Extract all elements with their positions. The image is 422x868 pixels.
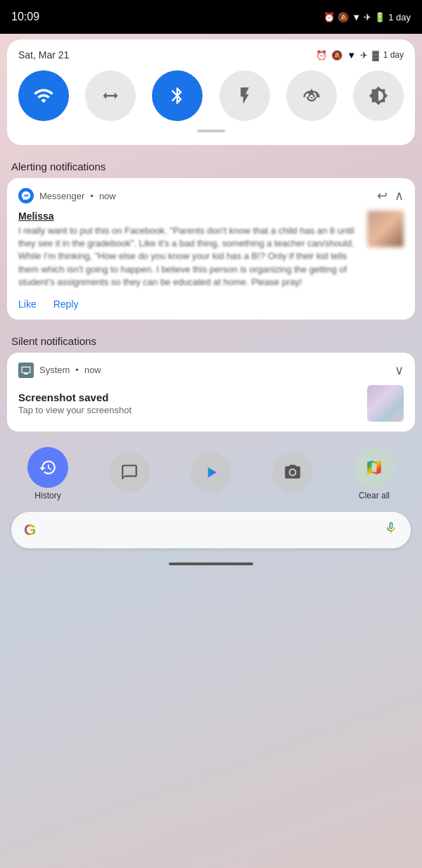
hotspot-toggle[interactable] xyxy=(286,70,337,121)
dock-messages[interactable] xyxy=(109,452,150,496)
flashlight-toggle[interactable] xyxy=(219,70,270,121)
messenger-app-name: Messenger xyxy=(39,191,84,201)
notif-header: Messenger • now ↩ ∧ xyxy=(18,188,404,203)
messages-icon-circle xyxy=(109,452,150,493)
notif-dot: • xyxy=(90,191,94,201)
status-time: 10:09 xyxy=(11,11,39,23)
notif-time: now xyxy=(99,191,116,201)
battery-label: 1 day xyxy=(388,12,411,23)
data-toggle[interactable] xyxy=(85,70,136,121)
bottom-dock: History xyxy=(0,437,422,508)
airplane-icon: ✈ xyxy=(364,12,371,23)
home-bar-line xyxy=(169,562,253,565)
camera-icon-circle xyxy=(272,452,313,493)
screenshot-subtitle: Tap to view your screenshot xyxy=(18,405,132,415)
system-notif-time: now xyxy=(84,365,101,375)
quick-settings-panel: Sat, Mar 21 ⏰ 🔕 ▼ ✈ ▓ 1 day xyxy=(7,39,415,145)
system-notification-card[interactable]: System • now ∨ Screenshot saved Tap to v… xyxy=(7,353,415,432)
system-notif-text: Screenshot saved Tap to view your screen… xyxy=(18,391,132,415)
google-search-bar[interactable]: G xyxy=(11,512,411,548)
notif-expand-icon[interactable]: ∧ xyxy=(395,188,404,203)
dock-history[interactable]: History xyxy=(27,447,68,501)
qs-wifi-icon: ▼ xyxy=(347,50,356,61)
system-notif-header: System • now ∨ xyxy=(18,363,404,378)
qs-battery-icon: ▓ xyxy=(372,50,378,61)
silent-section-label: Silent notifications xyxy=(0,325,422,353)
messenger-notification-card: Messenger • now ↩ ∧ Melissa I really wan… xyxy=(7,178,415,320)
notif-actions: Like Reply xyxy=(18,298,404,310)
dock-clearall[interactable]: Clear all xyxy=(354,447,395,501)
notif-message: I really want to put this on Facebook. "… xyxy=(18,225,359,289)
system-app-name: System xyxy=(39,365,70,375)
qs-alarm-icon: ⏰ xyxy=(316,50,327,61)
screenshot-title: Screenshot saved xyxy=(18,391,132,403)
battery-icon: 🔋 xyxy=(374,12,385,23)
screenshot-thumb-inner xyxy=(367,385,404,422)
play-icon-circle xyxy=(191,452,231,493)
alarm-icon: ⏰ xyxy=(324,12,335,23)
history-label: History xyxy=(34,491,60,501)
messenger-app-icon xyxy=(18,188,34,203)
system-app-info: System • now xyxy=(18,363,101,378)
notif-app-info: Messenger • now xyxy=(18,188,116,203)
status-icons: ⏰ 🔕 ▼ ✈ 🔋 1 day xyxy=(324,12,411,23)
qs-date: Sat, Mar 21 xyxy=(18,49,69,61)
like-button[interactable]: Like xyxy=(18,298,37,310)
dock-camera[interactable] xyxy=(272,452,313,496)
clearall-icon-circle xyxy=(354,447,395,488)
history-icon-circle xyxy=(27,447,68,488)
reply-icon[interactable]: ↩ xyxy=(377,188,388,203)
qs-toggles xyxy=(18,70,404,121)
notif-sender: Melissa xyxy=(18,210,359,222)
qs-airplane-icon: ✈ xyxy=(360,50,368,61)
home-bar xyxy=(0,557,422,572)
google-logo: G xyxy=(24,521,36,539)
system-app-icon xyxy=(18,363,34,378)
wifi-toggle[interactable] xyxy=(18,70,69,121)
notif-body: Melissa I really want to put this on Fac… xyxy=(18,210,404,289)
mute-icon: 🔕 xyxy=(338,12,349,23)
system-notif-expand-icon[interactable]: ∨ xyxy=(395,363,404,378)
notif-text: Melissa I really want to put this on Fac… xyxy=(18,210,359,289)
screenshot-thumbnail xyxy=(367,385,404,422)
dark-mode-toggle[interactable] xyxy=(353,70,404,121)
reply-button[interactable]: Reply xyxy=(53,298,79,310)
qs-status-icons: ⏰ 🔕 ▼ ✈ ▓ 1 day xyxy=(316,50,404,61)
qs-battery-text: 1 day xyxy=(383,50,404,60)
dock-play[interactable] xyxy=(191,452,231,496)
bluetooth-toggle[interactable] xyxy=(152,70,203,121)
qs-drag-handle xyxy=(197,130,225,132)
google-mic-icon xyxy=(384,521,398,539)
system-notif-dot: • xyxy=(75,365,79,375)
status-bar: 10:09 ⏰ 🔕 ▼ ✈ 🔋 1 day xyxy=(0,0,422,34)
wifi-status-icon: ▼ xyxy=(352,12,361,23)
clearall-label: Clear all xyxy=(359,491,390,501)
system-notif-body: Screenshot saved Tap to view your screen… xyxy=(18,385,404,422)
qs-mute-icon: 🔕 xyxy=(331,50,343,61)
notif-avatar xyxy=(367,210,404,247)
alerting-section-label: Alerting notifications xyxy=(0,151,422,178)
qs-header: Sat, Mar 21 ⏰ 🔕 ▼ ✈ ▓ 1 day xyxy=(18,49,404,61)
